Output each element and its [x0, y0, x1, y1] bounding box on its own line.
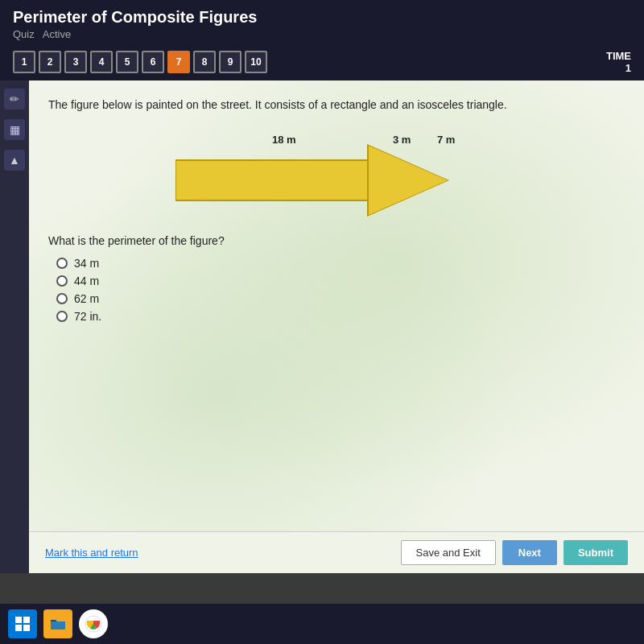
question-nav-bar: 1 2 3 4 5 6 7 8 9 10 TIME 1: [0, 45, 644, 80]
timer-label: TIME: [606, 50, 631, 62]
question-btn-6[interactable]: 6: [142, 51, 164, 73]
windows-icon[interactable]: [8, 609, 37, 638]
figure-area: 18 m 3 m 7 m 6 m: [151, 130, 522, 226]
radio-44m[interactable]: [56, 275, 68, 287]
options-list: 34 m 44 m 62 m 72 in.: [56, 257, 625, 323]
svg-rect-5: [15, 625, 22, 631]
question-btn-4[interactable]: 4: [90, 51, 113, 73]
left-toolbar: ✏ ▦ ▲: [0, 80, 29, 573]
question-btn-3[interactable]: 3: [64, 51, 87, 73]
up-arrow-icon[interactable]: ▲: [4, 150, 25, 171]
mark-return-link[interactable]: Mark this and return: [45, 547, 138, 559]
timer: TIME 1: [606, 50, 631, 74]
question-btn-2[interactable]: 2: [39, 51, 61, 73]
radio-62m[interactable]: [56, 293, 68, 304]
question-numbers: 1 2 3 4 5 6 7 8 9 10: [13, 51, 267, 73]
header-subtitle: Quiz Active: [13, 28, 631, 40]
option-label-72in: 72 in.: [74, 310, 101, 323]
chrome-icon[interactable]: [79, 609, 108, 638]
next-button[interactable]: Next: [502, 540, 557, 565]
folder-icon: [49, 615, 67, 633]
option-44m[interactable]: 44 m: [56, 275, 625, 287]
question-description: The figure below is painted on the stree…: [48, 97, 625, 114]
pencil-icon[interactable]: ✏: [4, 89, 25, 109]
windows-logo-icon: [14, 616, 31, 632]
option-label-44m: 44 m: [74, 275, 99, 287]
files-icon[interactable]: [43, 609, 72, 638]
header: Perimeter of Composite Figures Quiz Acti…: [0, 0, 644, 45]
option-62m[interactable]: 62 m: [56, 292, 625, 305]
page-title: Perimeter of Composite Figures: [13, 8, 631, 27]
option-72in[interactable]: 72 in.: [56, 310, 625, 323]
status-badge: Active: [43, 28, 71, 40]
question-btn-9[interactable]: 9: [219, 51, 242, 73]
main-area: ✏ ▦ ▲ The figure below is painted on the…: [0, 80, 644, 573]
question-btn-7[interactable]: 7: [167, 51, 190, 73]
bottom-buttons: Save and Exit Next Submit: [401, 540, 628, 565]
chrome-logo-icon: [84, 614, 103, 634]
option-34m[interactable]: 34 m: [56, 257, 625, 270]
arrow-figure: [175, 144, 497, 225]
radio-34m[interactable]: [56, 258, 68, 269]
question-btn-10[interactable]: 10: [245, 51, 267, 73]
question-btn-8[interactable]: 8: [193, 51, 216, 73]
taskbar: [0, 604, 644, 644]
radio-72in[interactable]: [56, 311, 68, 322]
timer-value: 1: [606, 62, 631, 74]
save-exit-button[interactable]: Save and Exit: [401, 540, 496, 565]
svg-rect-7: [51, 621, 65, 630]
question-btn-1[interactable]: 1: [13, 51, 35, 73]
question-prompt: What is the perimeter of the figure?: [48, 234, 625, 247]
svg-rect-6: [23, 625, 30, 631]
svg-rect-4: [23, 617, 30, 623]
question-btn-5[interactable]: 5: [116, 51, 138, 73]
bottom-bar: Mark this and return Save and Exit Next …: [29, 531, 644, 573]
svg-rect-0: [175, 160, 369, 200]
svg-rect-3: [15, 617, 22, 623]
submit-button[interactable]: Submit: [564, 540, 628, 565]
calculator-icon[interactable]: ▦: [4, 119, 25, 140]
option-label-34m: 34 m: [74, 257, 99, 270]
quiz-label: Quiz: [13, 28, 35, 40]
quiz-content: The figure below is painted on the stree…: [29, 80, 644, 531]
option-label-62m: 62 m: [74, 292, 99, 305]
svg-marker-2: [369, 146, 448, 215]
